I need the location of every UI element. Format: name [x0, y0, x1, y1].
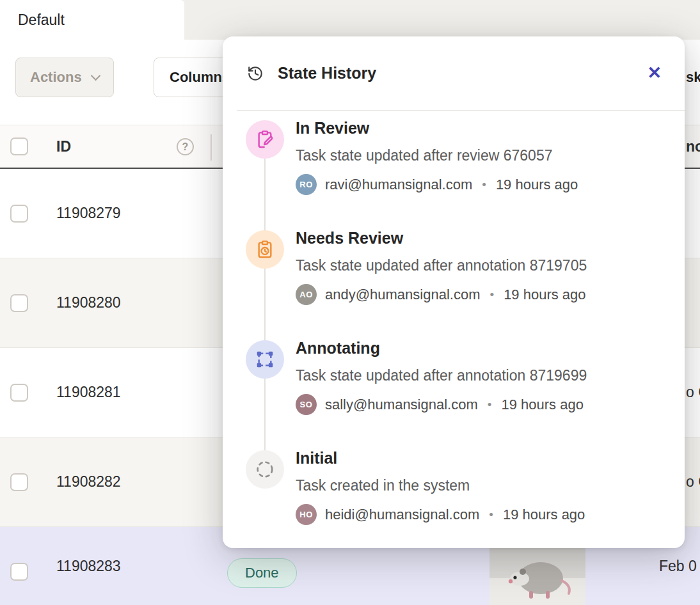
row-checkbox[interactable] [10, 563, 28, 581]
avatar: SO [296, 394, 317, 415]
row-checkbox[interactable] [10, 473, 28, 491]
column-divider [211, 134, 212, 161]
tab-default-label: Default [18, 12, 65, 29]
task-id: 11908280 [56, 258, 121, 347]
tab-default[interactable]: Default [0, 0, 184, 40]
modal-title: State History [278, 64, 629, 82]
annotating-icon [246, 340, 284, 379]
state-description: Task state updated after annotation 8719… [296, 257, 587, 274]
chevron-down-icon [90, 70, 100, 81]
history-entry: Annotating Task state updated after anno… [246, 340, 668, 443]
state-meta: AO andy@humansignal.com • 19 hours ago [296, 284, 586, 305]
bullet-separator: • [481, 178, 488, 192]
select-all-checkbox[interactable] [10, 138, 28, 155]
task-id: 11908281 [56, 348, 121, 437]
user-email: ravi@humansignal.com [325, 177, 472, 193]
task-id: 11908282 [56, 437, 121, 526]
in-review-icon [246, 120, 284, 159]
row-checkbox[interactable] [10, 294, 28, 312]
close-icon[interactable]: ✕ [643, 61, 665, 86]
bullet-separator: • [488, 288, 495, 302]
state-description: Task created in the system [296, 477, 470, 494]
row-checkbox[interactable] [10, 205, 28, 223]
partial-date-text: o C [686, 437, 700, 526]
history-entry: In Review Task state updated after revie… [246, 120, 668, 223]
status-badge: Done [227, 558, 297, 588]
state-name: Initial [296, 449, 337, 468]
state-name: Annotating [296, 339, 380, 358]
modal-header-divider [237, 110, 685, 111]
bullet-separator: • [488, 508, 495, 522]
timestamp: 19 hours ago [496, 177, 578, 193]
column-header-id: ID [56, 125, 71, 168]
modal-header: State History ✕ [223, 36, 685, 110]
partial-button-text: sk [686, 58, 700, 97]
avatar: HO [296, 504, 317, 525]
state-description: Task state updated after annotation 8719… [296, 367, 587, 384]
initial-state-icon [246, 450, 284, 489]
timestamp: 19 hours ago [501, 397, 583, 413]
user-email: sally@humansignal.com [325, 397, 478, 413]
history-entry: Needs Review Task state updated after an… [246, 230, 668, 333]
user-email: andy@humansignal.com [325, 287, 480, 303]
columns-label: Columns [170, 69, 230, 86]
state-meta: SO sally@humansignal.com • 19 hours ago [296, 394, 584, 415]
row-checkbox[interactable] [10, 384, 28, 402]
partial-date-text: o C [686, 348, 700, 437]
avatar: RO [296, 174, 317, 195]
task-id: 11908283 [56, 527, 121, 605]
bullet-separator: • [486, 398, 493, 412]
partial-column-header: no [686, 125, 700, 169]
timestamp: 19 hours ago [504, 287, 585, 303]
state-name: Needs Review [296, 229, 403, 248]
actions-label: Actions [30, 69, 82, 86]
task-id: 11908279 [56, 169, 121, 258]
user-email: heidi@humansignal.com [325, 507, 479, 523]
state-name: In Review [296, 119, 369, 138]
actions-button[interactable]: Actions [15, 58, 114, 97]
state-meta: RO ravi@humansignal.com • 19 hours ago [296, 174, 578, 195]
needs-review-icon [246, 230, 284, 269]
timestamp: 19 hours ago [503, 507, 585, 523]
data-manager-screen: Default Actions Columns sk ID ? no 11908… [0, 0, 700, 605]
help-icon[interactable]: ? [177, 138, 194, 155]
history-entry: Initial Task created in the system HO he… [246, 450, 668, 553]
history-clock-icon [247, 65, 264, 82]
state-description: Task state updated after review 676057 [296, 147, 552, 164]
avatar: AO [296, 284, 317, 305]
state-meta: HO heidi@humansignal.com • 19 hours ago [296, 504, 585, 525]
state-history-modal: State History ✕ In Review Task state upd… [223, 36, 685, 548]
